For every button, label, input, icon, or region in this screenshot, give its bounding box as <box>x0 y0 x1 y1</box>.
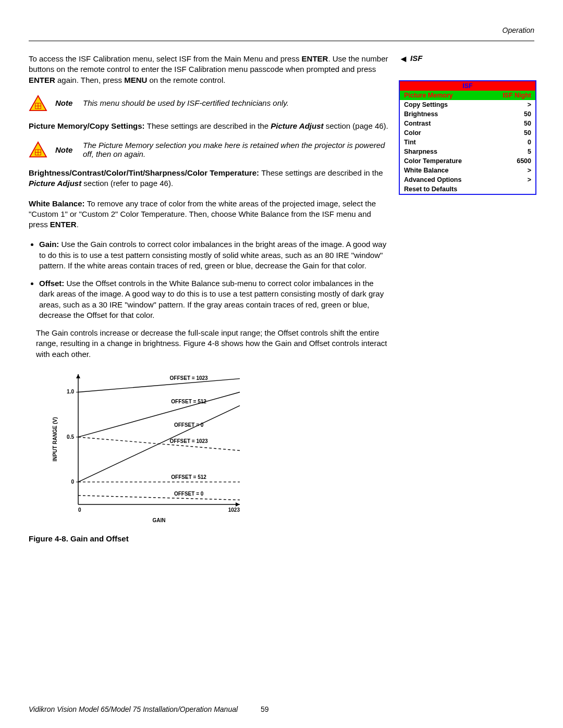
svg-text:OFFSET = 0: OFFSET = 0 <box>174 490 204 496</box>
note-label: Note <box>55 98 75 107</box>
note-block: Note This menu should be used by ISF-cer… <box>29 95 388 112</box>
bcctsc-para: Brightness/Contrast/Color/Tint/Sharpness… <box>29 168 388 189</box>
isf-menu-row: White Balance> <box>400 166 535 175</box>
picture-memory-para: Picture Memory/Copy Settings: These sett… <box>29 121 388 131</box>
text: section (refer to page 46). <box>81 179 173 188</box>
text: These settings are described in the <box>261 168 383 177</box>
menu-value: ISF Night <box>503 92 531 99</box>
side-heading: ◄ ISF <box>399 54 534 65</box>
menu-value: > <box>528 101 531 108</box>
warning-triangle-icon <box>29 141 47 158</box>
chart-svg: 00.51.001023GAININPUT RANGE (V)OFFSET = … <box>50 369 258 525</box>
intro-para: To access the ISF Calibration menu, sele… <box>29 54 388 85</box>
isf-menu-row: Advanced Options> <box>400 175 535 184</box>
lead: Brightness/Contrast/Color/Tint/Sharpness… <box>29 168 261 177</box>
menu-value: 50 <box>524 110 531 118</box>
list-item: Offset: Use the Offset controls in the W… <box>39 278 388 320</box>
isf-menu-row: Reset to Defaults <box>400 184 535 194</box>
svg-text:OFFSET = 512: OFFSET = 512 <box>171 398 206 404</box>
keyword-menu: MENU <box>124 76 147 84</box>
menu-value: > <box>528 167 531 174</box>
page-number: 59 <box>261 705 269 713</box>
menu-label: Sharpness <box>404 148 437 155</box>
menu-label: White Balance <box>404 167 448 174</box>
footer-title: Vidikron Vision Model 65/Model 75 Instal… <box>29 705 238 713</box>
list-item: Gain: Use the Gain controls to correct c… <box>39 239 388 271</box>
svg-text:INPUT RANGE (V): INPUT RANGE (V) <box>52 417 58 461</box>
menu-value: 50 <box>524 129 531 137</box>
note-label: Note <box>55 145 75 154</box>
section-header: Operation <box>29 26 534 34</box>
lead: Offset: <box>39 279 67 288</box>
menu-label: Advanced Options <box>404 176 461 183</box>
isf-menu-rows: Copy Settings>Brightness50Contrast50Colo… <box>400 100 535 194</box>
svg-text:OFFSET = 512: OFFSET = 512 <box>171 474 206 480</box>
svg-marker-11 <box>236 502 240 507</box>
side-column: ◄ ISF ISF Picture Memory ISF Night Copy … <box>399 54 534 195</box>
isf-menu-row: Brightness50 <box>400 109 535 119</box>
page-footer: Vidikron Vision Model 65/Model 75 Instal… <box>29 705 269 713</box>
white-balance-para: White Balance: To remove any trace of co… <box>29 199 388 230</box>
svg-text:OFFSET = 1023: OFFSET = 1023 <box>170 375 209 381</box>
menu-value: 5 <box>528 148 531 155</box>
left-arrow-icon: ◄ <box>399 54 408 64</box>
warning-triangle-icon <box>29 95 47 112</box>
figure-caption: Figure 4-8. Gain and Offset <box>29 534 388 543</box>
svg-text:GAIN: GAIN <box>153 517 166 523</box>
svg-text:0: 0 <box>71 479 74 485</box>
text: To access the ISF Calibration menu, sele… <box>29 54 302 63</box>
keyword-enter: ENTER <box>50 220 77 229</box>
menu-value: 50 <box>524 120 531 127</box>
side-heading-text: ISF <box>410 54 422 63</box>
menu-label: Reset to Defaults <box>404 186 457 193</box>
svg-marker-10 <box>76 374 80 378</box>
keyword-enter: ENTER <box>29 76 55 84</box>
svg-text:0: 0 <box>78 507 81 513</box>
note-block: Note The Picture Memory selection you ma… <box>29 141 388 158</box>
text: Use the Gain controls to correct color i… <box>39 240 386 270</box>
bullet-list: Gain: Use the Gain controls to correct c… <box>29 239 388 320</box>
text: on the remote control. <box>147 76 225 84</box>
keyword-enter: ENTER <box>302 54 328 63</box>
menu-label: Brightness <box>404 110 438 118</box>
menu-value: 6500 <box>517 157 531 165</box>
text: section (page 46). <box>324 121 388 130</box>
isf-menu-row: Tint0 <box>400 138 535 147</box>
isf-menu-title: ISF <box>400 81 535 91</box>
svg-text:1.0: 1.0 <box>67 389 74 394</box>
isf-menu-row: Color Temperature6500 <box>400 156 535 166</box>
menu-label: Color <box>404 129 421 137</box>
ref: Picture Adjust <box>29 179 81 188</box>
lead: Picture Memory/Copy Settings: <box>29 121 147 130</box>
menu-label: Contrast <box>404 120 431 127</box>
content-row: To access the ISF Calibration menu, sele… <box>29 54 534 543</box>
menu-label: Tint <box>404 139 416 146</box>
svg-text:OFFSET = 1023: OFFSET = 1023 <box>170 438 209 444</box>
isf-menu-row: Sharpness5 <box>400 147 535 156</box>
svg-text:OFFSET = 0: OFFSET = 0 <box>174 422 204 427</box>
lead: Gain: <box>39 240 62 249</box>
note-text: This menu should be used by ISF-certifie… <box>83 98 388 107</box>
isf-menu-row: Copy Settings> <box>400 100 535 109</box>
page: Operation To access the ISF Calibration … <box>0 0 563 728</box>
svg-text:0.5: 0.5 <box>67 434 74 439</box>
main-column: To access the ISF Calibration menu, sele… <box>29 54 388 543</box>
menu-label: Color Temperature <box>404 157 462 165</box>
isf-menu-row: Color50 <box>400 128 535 138</box>
note-text: The Picture Memory selection you make he… <box>83 141 388 158</box>
text: again. Then, press <box>55 76 124 84</box>
isf-menu-row: Contrast50 <box>400 119 535 128</box>
menu-value: > <box>528 176 531 183</box>
gain-offset-summary: The Gain controls increase or decrease t… <box>36 328 388 360</box>
menu-value: 0 <box>528 139 531 146</box>
lead: White Balance: <box>29 199 87 208</box>
menu-label: Picture Memory <box>404 92 453 99</box>
isf-menu: ISF Picture Memory ISF Night Copy Settin… <box>399 80 536 195</box>
menu-label: Copy Settings <box>404 101 448 108</box>
text: Use the Offset controls in the White Bal… <box>39 279 384 319</box>
text: . <box>77 220 79 229</box>
header-rule <box>29 41 534 41</box>
text: These settings are described in the <box>147 121 271 130</box>
gain-offset-chart: 00.51.001023GAININPUT RANGE (V)OFFSET = … <box>50 369 388 527</box>
isf-menu-row-highlight: Picture Memory ISF Night <box>400 91 535 100</box>
